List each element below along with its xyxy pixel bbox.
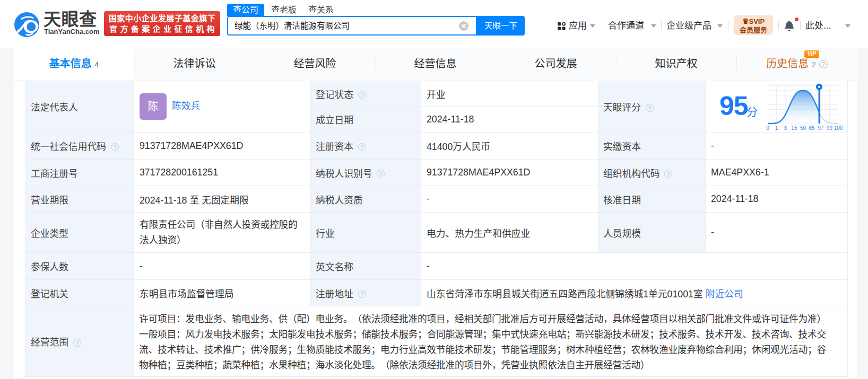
svg-text:1: 1 <box>775 125 778 131</box>
svg-text:97: 97 <box>818 125 824 131</box>
svg-text:50: 50 <box>800 125 806 131</box>
svg-text:85: 85 <box>809 125 815 131</box>
svg-text:99: 99 <box>827 125 833 131</box>
svg-text:3: 3 <box>784 125 787 131</box>
svg-text:0: 0 <box>766 125 769 131</box>
svg-text:100: 100 <box>834 125 843 131</box>
svg-text:15: 15 <box>791 125 797 131</box>
